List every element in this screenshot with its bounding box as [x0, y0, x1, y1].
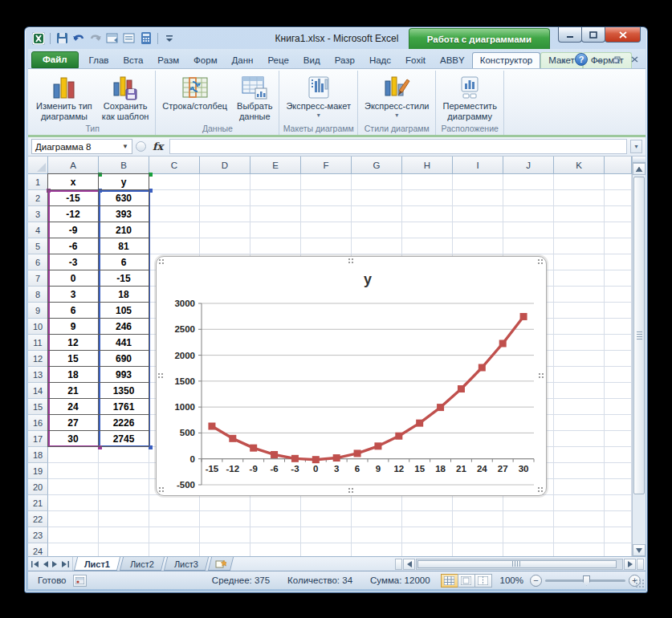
- cell-H1[interactable]: [402, 174, 453, 190]
- cell-D4[interactable]: [200, 222, 250, 238]
- cell-D5[interactable]: [200, 238, 250, 254]
- cell-partial-8[interactable]: [605, 287, 632, 303]
- cell-partial-10[interactable]: [605, 319, 632, 335]
- cell-K16[interactable]: [554, 415, 605, 431]
- row-header-12[interactable]: 12: [28, 351, 48, 367]
- cell-J21[interactable]: [503, 495, 554, 511]
- cell-A8[interactable]: 3: [47, 286, 99, 303]
- horizontal-scroll-track[interactable]: [416, 559, 623, 570]
- cell-K3[interactable]: [554, 206, 605, 222]
- cell-J2[interactable]: [503, 190, 554, 206]
- column-header-D[interactable]: D: [200, 157, 250, 174]
- cell-B20[interactable]: [99, 479, 149, 495]
- ribbon-button-select-data[interactable]: Выбрать данные: [233, 71, 276, 123]
- cell-E21[interactable]: [250, 495, 301, 511]
- close-button[interactable]: [605, 27, 641, 43]
- cell-H4[interactable]: [402, 222, 453, 238]
- column-header-I[interactable]: I: [453, 157, 503, 174]
- sheet-tab-лист2[interactable]: Лист2: [120, 557, 165, 571]
- cell-J4[interactable]: [503, 222, 554, 238]
- excel-logo-icon[interactable]: [31, 31, 46, 46]
- cell-K10[interactable]: [554, 319, 605, 335]
- cell-E3[interactable]: [250, 206, 301, 222]
- maximize-button[interactable]: [581, 27, 605, 43]
- sheet-tab-лист1[interactable]: Лист1: [74, 557, 120, 571]
- cell-B4[interactable]: 210: [98, 222, 149, 238]
- sheet-tab-лист3[interactable]: Лист3: [164, 557, 209, 571]
- cell-A12[interactable]: 15: [47, 350, 99, 367]
- cell-partial-21[interactable]: [605, 495, 632, 511]
- tab-split-handle[interactable]: [637, 559, 644, 570]
- cell-partial-1[interactable]: [605, 174, 632, 190]
- cell-K6[interactable]: [554, 254, 605, 270]
- next-sheet-icon[interactable]: [52, 561, 58, 567]
- horizontal-scroll-thumb[interactable]: [417, 560, 617, 568]
- minimize-button[interactable]: [558, 27, 582, 43]
- row-header-14[interactable]: 14: [28, 383, 48, 399]
- cell-I24[interactable]: [453, 543, 503, 556]
- workbook-minimize-icon[interactable]: [593, 54, 605, 66]
- macro-record-icon[interactable]: [73, 575, 87, 587]
- tab-данн[interactable]: Данн: [225, 53, 261, 68]
- normal-view-icon[interactable]: [441, 574, 458, 588]
- cell-A21[interactable]: [48, 495, 99, 511]
- cell-B7[interactable]: -15: [98, 270, 149, 287]
- cell-B23[interactable]: [99, 527, 149, 543]
- cell-B1[interactable]: y: [98, 173, 149, 190]
- cell-C22[interactable]: [149, 511, 200, 527]
- cell-A6[interactable]: -3: [47, 254, 99, 270]
- cell-H22[interactable]: [402, 511, 453, 527]
- zoom-track[interactable]: [545, 579, 625, 582]
- row-header-21[interactable]: 21: [28, 495, 48, 511]
- cell-F2[interactable]: [301, 190, 352, 206]
- cell-B3[interactable]: 393: [98, 205, 149, 222]
- cell-B16[interactable]: 2226: [98, 414, 149, 431]
- cell-K12[interactable]: [554, 351, 605, 367]
- cell-partial-4[interactable]: [605, 222, 632, 238]
- cell-C4[interactable]: [149, 222, 200, 238]
- cell-F5[interactable]: [301, 238, 352, 254]
- cell-partial-23[interactable]: [605, 527, 632, 543]
- cell-partial-5[interactable]: [605, 238, 632, 254]
- cell-partial-15[interactable]: [605, 399, 632, 415]
- cell-A11[interactable]: 12: [47, 334, 99, 351]
- ribbon-button-quick-layout[interactable]: Экспресс-макет▾: [282, 71, 355, 120]
- cell-E5[interactable]: [250, 238, 301, 254]
- cell-G4[interactable]: [352, 222, 402, 238]
- cell-partial-13[interactable]: [605, 367, 632, 383]
- vertical-split-handle[interactable]: [633, 157, 646, 163]
- horizontal-scrollbar[interactable]: [395, 557, 646, 571]
- row-header-8[interactable]: 8: [28, 287, 48, 303]
- zoom-level[interactable]: 100%: [500, 575, 523, 585]
- column-header-H[interactable]: H: [402, 157, 453, 174]
- row-header-19[interactable]: 19: [28, 463, 48, 479]
- tab-разм[interactable]: Разм: [150, 53, 186, 68]
- cell-I22[interactable]: [453, 511, 503, 527]
- cell-K13[interactable]: [554, 367, 605, 383]
- cell-C24[interactable]: [149, 543, 200, 556]
- cell-B9[interactable]: 105: [98, 302, 149, 319]
- cell-H21[interactable]: [402, 495, 453, 511]
- cell-B21[interactable]: [99, 495, 149, 511]
- tab-форм[interactable]: Форм: [186, 53, 224, 68]
- cell-G2[interactable]: [352, 190, 402, 206]
- cell-C21[interactable]: [149, 495, 200, 511]
- cell-G1[interactable]: [352, 174, 402, 190]
- cell-F4[interactable]: [301, 222, 352, 238]
- ribbon-button-save-template[interactable]: Сохранить как шаблон: [98, 71, 153, 123]
- row-header-20[interactable]: 20: [28, 479, 48, 495]
- ribbon-button-row-column[interactable]: Строка/столбец: [158, 71, 231, 112]
- scroll-left-icon[interactable]: [403, 559, 415, 570]
- cell-partial-17[interactable]: [605, 431, 632, 447]
- vertical-scroll-track[interactable]: [633, 175, 646, 544]
- row-header-9[interactable]: 9: [28, 303, 48, 319]
- name-box-split-handle[interactable]: [136, 141, 146, 152]
- cell-B12[interactable]: 690: [98, 350, 149, 367]
- cell-E22[interactable]: [250, 511, 301, 527]
- cell-A1[interactable]: x: [47, 173, 99, 190]
- column-header-F[interactable]: F: [301, 157, 352, 174]
- cell-F22[interactable]: [301, 511, 352, 527]
- cell-J22[interactable]: [503, 511, 554, 527]
- cell-H23[interactable]: [402, 527, 453, 543]
- cell-A2[interactable]: -15: [47, 189, 99, 206]
